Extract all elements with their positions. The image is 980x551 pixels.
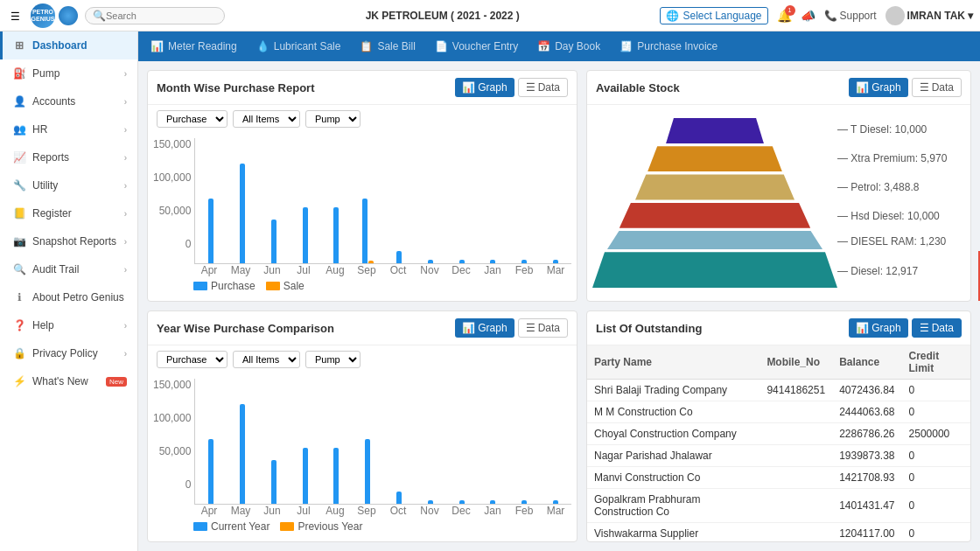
bar-group: [446, 379, 478, 504]
sidebar-label-snapshot-reports: Snapshot Reports: [32, 235, 116, 248]
outstanding-data-button[interactable]: ☰ Data: [912, 318, 962, 338]
phone-icon: 📞: [824, 10, 837, 22]
language-button[interactable]: 🌐 Select Language: [660, 7, 767, 24]
nav-tab-sale-bill[interactable]: 📋Sale Bill: [351, 36, 424, 57]
sidebar-item-utility[interactable]: 🔧 Utility ›: [0, 171, 137, 199]
sidebar-item-accounts[interactable]: 👤 Accounts ›: [0, 87, 137, 115]
year-graph-button[interactable]: 📊 Graph: [455, 318, 514, 338]
bar-group: [352, 138, 383, 263]
list-icon: ☰: [920, 81, 929, 94]
stock-data-button[interactable]: ☰ Data: [912, 78, 962, 97]
sidebar-icon-hr: 👥: [13, 123, 25, 136]
legend-item-sale: Previous Year: [280, 520, 362, 533]
outstanding-col-header: Credit Limit: [902, 345, 970, 380]
purchase-items-filter[interactable]: All Items: [233, 110, 300, 128]
sidebar-item-left: ⚡ What's New: [13, 375, 88, 387]
sidebar-item-left: ⊞ Dashboard: [13, 39, 88, 52]
outstanding-table: Party NameMobile_NoBalanceCredit Limit S…: [587, 345, 970, 541]
sidebar-item-privacy[interactable]: 🔒 Privacy Policy ›: [0, 339, 137, 367]
sidebar-item-reports[interactable]: 📈 Reports ›: [0, 143, 137, 171]
search-bar[interactable]: 🔍: [85, 7, 225, 24]
bar-group: [290, 138, 321, 263]
bars-area: [194, 138, 571, 264]
sidebar-icon-utility: 🔧: [13, 179, 25, 192]
pyramid-layer-1: [648, 146, 782, 171]
sidebar-item-left: 👤 Accounts: [13, 95, 75, 108]
sidebar-item-snapshot-reports[interactable]: 📷 Snapshot Reports ›: [0, 227, 137, 255]
nav-tab-day-book[interactable]: 📅Day Book: [528, 36, 609, 57]
sidebar-item-left: 🔍 Audit Trail: [13, 263, 79, 276]
purchase-bar: [271, 460, 276, 504]
sidebar-label-about: About Petro Genius: [32, 291, 124, 303]
sidebar-item-dashboard[interactable]: ⊞ Dashboard: [0, 31, 137, 59]
purchase-data-button[interactable]: ☰ Data: [518, 78, 568, 97]
globe-icon: [59, 6, 78, 25]
sidebar-item-left: 🔒 Privacy Policy: [13, 347, 98, 359]
outstanding-title: List Of Outstanding: [596, 322, 702, 335]
bar-group: [478, 138, 509, 263]
bar-group: [508, 379, 540, 504]
table-row: Manvi Construction Co 1421708.93 0: [587, 467, 970, 489]
nav-tab-meter-reading[interactable]: 📊Meter Reading: [142, 36, 246, 57]
sidebar-item-audit-trail[interactable]: 🔍 Audit Trail ›: [0, 255, 137, 283]
pyramid-label-3: — Hsd Diesel: 10,000: [837, 203, 965, 228]
chevron-right-icon: ›: [124, 69, 127, 79]
content-area: Month Wise Purchase Report 📊 Graph ☰ Dat…: [138, 61, 980, 551]
year-pump-filter[interactable]: Pump: [305, 351, 360, 368]
year-data-button[interactable]: ☰ Data: [518, 318, 568, 338]
purchase-graph-button[interactable]: 📊 Graph: [455, 78, 514, 97]
nav-tab-purchase-invoice[interactable]: 🧾Purchase Invoice: [611, 36, 726, 57]
nav-tabs-bar: 📊Meter Reading💧Lubricant Sale📋Sale Bill📄…: [138, 31, 980, 61]
bar-group: [195, 379, 227, 504]
purchase-bar: [396, 492, 402, 504]
sale-bill-tab-icon: 📋: [360, 40, 373, 52]
meter-reading-tab-label: Meter Reading: [168, 40, 237, 52]
year-comparison-filters: Purchase All Items Pump: [148, 345, 577, 373]
x-axis: AprMayJunJulAugSepOctNovDecJanFebMar: [153, 505, 571, 517]
nav-tab-voucher-entry[interactable]: 📄Voucher Entry: [426, 36, 527, 57]
year-type-filter[interactable]: Purchase: [157, 351, 228, 368]
purchase-bar: [459, 500, 465, 504]
sidebar-icon-privacy: 🔒: [13, 347, 25, 359]
purchase-bar: [428, 260, 433, 263]
lubricant-sale-tab-label: Lubricant Sale: [274, 40, 341, 52]
available-stock-header: Available Stock 📊 Graph ☰ Data: [587, 71, 970, 105]
purchase-bar: [362, 199, 368, 263]
top-right-controls: 🌐 Select Language 🔔 1 📣 📞 Support IMRAN …: [660, 6, 973, 25]
outstanding-graph-button[interactable]: 📊 Graph: [849, 318, 907, 338]
legend-box-purchase: [193, 282, 207, 290]
sidebar-label-help: Help: [32, 319, 54, 331]
bar-group: [352, 379, 383, 504]
sidebar-icon-register: 📒: [13, 207, 25, 220]
table-row: Choyal Construction Company 2286786.26 2…: [587, 423, 970, 445]
nav-tab-lubricant-sale[interactable]: 💧Lubricant Sale: [248, 36, 350, 57]
sidebar-item-register[interactable]: 📒 Register ›: [0, 199, 137, 227]
sidebar-item-whats-new[interactable]: ⚡ What's New New: [0, 367, 137, 395]
sidebar-item-pump[interactable]: ⛽ Pump ›: [0, 59, 137, 87]
megaphone-icon[interactable]: 📣: [801, 9, 816, 23]
pyramid-layer-2: [635, 174, 794, 199]
search-input[interactable]: [106, 10, 211, 21]
sidebar-item-about[interactable]: ℹ About Petro Genius: [0, 283, 137, 311]
purchase-type-filter[interactable]: Purchase: [157, 110, 228, 128]
bar-chart-icon: 📊: [462, 81, 475, 94]
purchase-pump-filter[interactable]: Pump: [305, 110, 360, 128]
sidebar-item-hr[interactable]: 👥 HR ›: [0, 115, 137, 143]
hamburger-button[interactable]: ☰: [7, 4, 24, 27]
table-row: M M Construction Co 2444063.68 0: [587, 401, 970, 423]
sidebar-item-help[interactable]: ❓ Help ›: [0, 311, 137, 339]
year-comparison-chart-body: 150,000100,00050,0000AprMayJunJulAugSepO…: [148, 373, 577, 541]
logo-icon: PETROGENIUS: [31, 3, 55, 28]
stock-graph-button[interactable]: 📊 Graph: [849, 78, 907, 97]
outstanding-card: List Of Outstanding 📊 Graph ☰ Data: [586, 310, 971, 542]
pyramid-layer-0: [666, 118, 764, 143]
notification-bell[interactable]: 🔔 1: [777, 9, 792, 23]
sidebar-label-privacy: Privacy Policy: [32, 347, 98, 359]
support-button[interactable]: 📞 Support: [824, 10, 877, 22]
sidebar-label-register: Register: [32, 207, 72, 220]
purchase-bar: [208, 439, 214, 504]
sidebar-label-accounts: Accounts: [32, 95, 75, 108]
sale-bar: [368, 261, 374, 263]
year-items-filter[interactable]: All Items: [233, 351, 300, 368]
user-menu-button[interactable]: IMRAN TAK ▾: [886, 6, 973, 25]
